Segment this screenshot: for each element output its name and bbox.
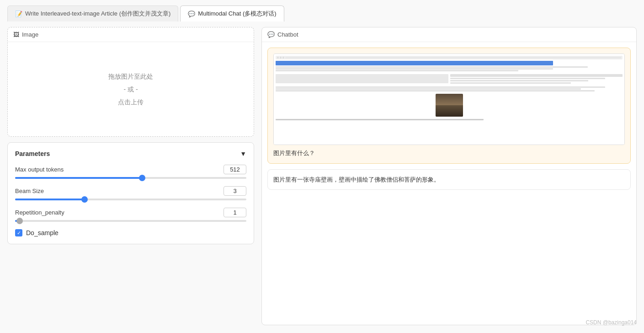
repetition-penalty-slider-thumb[interactable] [16,218,23,224]
beam-size-slider-thumb[interactable] [81,196,88,203]
parameters-header: Parameters ▼ [15,150,246,157]
do-sample-label: Do_sample [26,229,59,236]
tab-write-article-label: Write Interleaved-text-image Article (创作… [25,10,170,18]
image-section-header: 🖼 Image [8,27,254,42]
write-icon: 📝 [15,11,22,17]
mini-line [276,90,595,91]
max-output-tokens-slider-fill [15,177,142,179]
repetition-penalty-slider-track[interactable] [15,220,246,222]
do-sample-row: ✓ Do_sample [15,229,246,236]
upload-instructions: 拖放图片至此处 - 或 - 点击上传 [108,70,153,108]
max-output-tokens-slider-thumb[interactable] [139,175,145,181]
collapse-icon[interactable]: ▼ [240,150,246,157]
mini-browser-bar [276,56,623,59]
image-preview [273,54,625,145]
watermark: CSDN @bazinga014 [585,319,637,326]
mini-dot-1 [277,57,279,59]
chatbot-box: 💬 Chatbot [261,27,637,325]
mini-text-lines-3 [276,119,623,120]
mini-figures-art [436,94,463,117]
do-sample-checkbox[interactable]: ✓ [15,229,22,236]
mini-right-line1 [450,74,623,77]
image-upload-box[interactable]: 🖼 Image 拖放图片至此处 - 或 - 点击上传 [7,27,254,137]
main-layout: 🖼 Image 拖放图片至此处 - 或 - 点击上传 Parameters ▼ … [0,21,644,333]
mini-content-area [276,61,623,120]
mini-dot-3 [282,57,284,59]
right-panel: 💬 Chatbot [254,21,637,325]
parameters-title: Parameters [15,150,50,157]
mini-line [276,70,518,71]
mini-right-line2 [450,78,606,79]
param-max-output-tokens: Max output tokens 512 [15,165,246,179]
chatbot-header-icon: 💬 [267,31,275,38]
param-beam-size-value[interactable]: 3 [224,186,246,196]
mini-two-col [276,74,623,84]
upload-line3: 点击上传 [108,96,153,108]
mini-line [276,86,605,88]
param-max-output-tokens-label: Max output tokens [15,166,64,173]
upload-line1: 拖放图片至此处 [108,70,153,83]
image-header-label: Image [22,31,38,38]
chatbot-messages: 图片里有什么？ 图片里有一张寺庙壁画，壁画中描绘了佛教僧侣和菩萨的形象。 [262,42,636,325]
mini-dot-2 [280,57,282,59]
mini-caption [276,119,484,120]
mini-line [276,68,553,70]
parameters-panel: Parameters ▼ Max output tokens 512 Beam … [7,142,254,244]
mini-right-line4 [450,82,571,84]
beam-size-slider-fill [15,199,85,200]
mini-text-lines-1 [276,66,623,71]
mini-col-left [276,74,448,84]
chatbot-header: 💬 Chatbot [262,27,636,42]
mini-url-bar [285,57,621,59]
param-beam-size-row: Beam Size 3 [15,186,246,196]
mini-browser-mockup [274,54,624,145]
tab-multimodal-chat-label: Multimodal Chat (多模态对话) [198,10,276,18]
user-message-text: 图片里有什么？ [273,149,625,158]
chat-icon: 💬 [188,11,195,17]
mini-line [276,88,581,90]
mini-text-lines-2 [276,86,623,91]
mini-line [276,66,588,68]
tabs-bar: 📝 Write Interleaved-text-image Article (… [0,0,644,21]
image-upload-dropzone[interactable]: 拖放图片至此处 - 或 - 点击上传 [8,42,254,136]
beam-size-slider-track[interactable] [15,199,246,200]
mini-temple-image [436,94,463,117]
tab-multimodal-chat[interactable]: 💬 Multimodal Chat (多模态对话) [180,5,284,21]
mini-col-right [450,74,623,84]
param-repetition-penalty-row: Repetition_penalty 1 [15,208,246,217]
mini-right-line3 [450,80,588,81]
mini-left-block [276,74,448,83]
max-output-tokens-slider-track[interactable] [15,177,246,179]
bot-message-text: 图片里有一张寺庙壁画，壁画中描绘了佛教僧侣和菩萨的形象。 [273,175,625,184]
upload-line2: - 或 - [108,83,153,96]
param-beam-size-label: Beam Size [15,188,44,194]
bot-message: 图片里有一张寺庙壁画，壁画中描绘了佛教僧侣和菩萨的形象。 [267,169,631,190]
param-repetition-penalty-value[interactable]: 1 [224,208,246,217]
user-message: 图片里有什么？ [267,48,631,164]
left-panel: 🖼 Image 拖放图片至此处 - 或 - 点击上传 Parameters ▼ … [7,21,254,325]
param-repetition-penalty: Repetition_penalty 1 [15,208,246,222]
image-header-icon: 🖼 [13,31,19,38]
param-beam-size: Beam Size 3 [15,186,246,200]
param-max-output-tokens-value[interactable]: 512 [224,165,246,174]
tab-write-article[interactable]: 📝 Write Interleaved-text-image Article (… [7,5,178,21]
param-repetition-penalty-label: Repetition_penalty [15,209,64,216]
param-max-output-tokens-row: Max output tokens 512 [15,165,246,174]
chatbot-header-label: Chatbot [277,31,298,38]
mini-title-bar [276,61,553,65]
